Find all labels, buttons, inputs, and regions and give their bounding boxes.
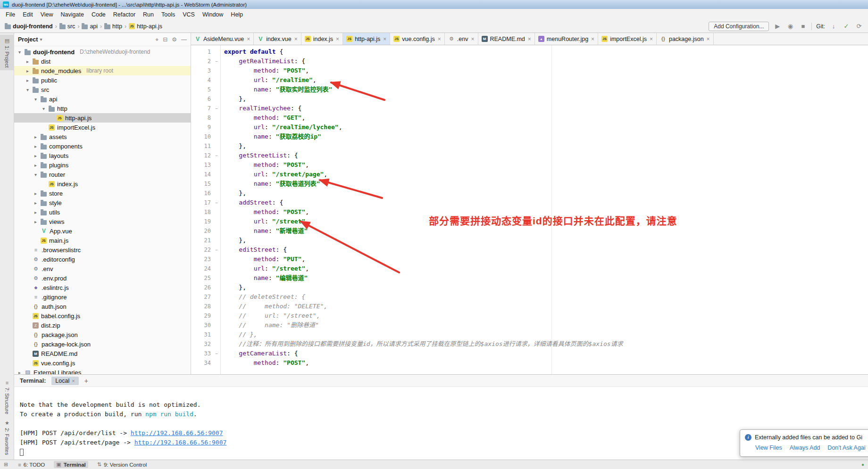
tree-item-router[interactable]: ▾router [14, 170, 191, 179]
chevron-right-icon[interactable]: ▸ [33, 134, 38, 140]
menu-tools[interactable]: Tools [158, 10, 179, 19]
close-icon[interactable]: × [383, 36, 386, 42]
tree-item-src[interactable]: ▾src [14, 85, 191, 94]
tab-menurouter-jpg[interactable]: ▲menuRouter.jpg× [535, 33, 598, 45]
menu-code[interactable]: Code [88, 10, 109, 19]
tree-item-style[interactable]: ▸style [14, 198, 191, 207]
close-icon[interactable]: × [650, 36, 653, 42]
tab-vue-config-js[interactable]: JSvue.config.js× [390, 33, 445, 45]
chevron-right-icon[interactable]: ▸ [33, 144, 38, 149]
tree-item-http[interactable]: ▾http [14, 104, 191, 113]
tree-item-dist-zip[interactable]: Zdist.zip [14, 321, 191, 330]
tool-window-switcher-icon[interactable]: ⊞ [4, 461, 8, 468]
stop-icon[interactable]: ■ [799, 23, 807, 30]
update-icon[interactable]: ↓ [829, 23, 838, 30]
close-icon[interactable]: × [591, 36, 594, 42]
chevron-down-icon[interactable]: ▾ [17, 49, 22, 55]
chevron-right-icon[interactable]: ▸ [33, 200, 38, 206]
tree-item-components[interactable]: ▸components [14, 141, 191, 151]
tree-item-public[interactable]: ▸public [14, 75, 191, 85]
tab-package-json[interactable]: {}package.json× [657, 33, 714, 45]
menu-window[interactable]: Window [199, 10, 227, 19]
close-icon[interactable]: × [294, 36, 298, 42]
close-icon[interactable]: × [707, 36, 710, 42]
tree-item-plugins[interactable]: ▸plugins [14, 160, 191, 170]
tree-item-importexcel-js[interactable]: JSimportExcel.js [14, 123, 191, 132]
chevron-down-icon[interactable]: ▾ [33, 172, 38, 177]
tree-item-eslintrc-js[interactable]: ◆.eslintrc.js [14, 283, 191, 292]
tree-item-views[interactable]: ▸views [14, 217, 191, 226]
tree-item-store[interactable]: ▸store [14, 189, 191, 198]
tree-item-duoji-frontend[interactable]: ▾duoji-frontendD:\zheheWeb\duoji-fronten… [14, 47, 191, 57]
tab-index-vue[interactable]: Vindex.vue× [254, 33, 301, 45]
breadcrumb-src[interactable]: src [59, 23, 75, 30]
tool-button-7-structure[interactable]: ≡7: Structure [0, 377, 14, 417]
chevron-right-icon[interactable]: ▸ [25, 59, 30, 64]
chevron-right-icon[interactable]: ▸ [33, 191, 38, 196]
tree-item-package-lock-json[interactable]: {}package-lock.json [14, 339, 191, 349]
chevron-down-icon[interactable]: ▾ [33, 97, 38, 102]
tree-item-dist[interactable]: ▸dist [14, 57, 191, 66]
tree-item-node-modules[interactable]: ▸node_moduleslibrary root [14, 66, 191, 75]
tree-item-browserslistrc[interactable]: ≡.browserslistrc [14, 245, 191, 255]
chevron-right-icon[interactable]: ▸ [33, 163, 38, 168]
chevron-right-icon[interactable]: ▸ [25, 78, 30, 83]
tree-item-readme-md[interactable]: MREADME.md [14, 349, 191, 358]
tree-item-app-vue[interactable]: VApp.vue [14, 226, 191, 236]
close-icon[interactable]: × [247, 36, 250, 42]
tree-item-assets[interactable]: ▸assets [14, 132, 191, 141]
tree-item-http-api-js[interactable]: JShttp-api.js [14, 113, 191, 123]
breadcrumb-http-api-js[interactable]: JShttp-api.js [129, 23, 162, 30]
tree-item-env[interactable]: ⚙.env [14, 264, 191, 273]
tree-item-layouts[interactable]: ▸layouts [14, 151, 191, 160]
tree-item-auth-json[interactable]: {}auth.json [14, 302, 191, 311]
add-configuration-button[interactable]: Add Configuration... [709, 22, 769, 31]
fold-marker-icon[interactable]: − [213, 104, 220, 113]
fold-marker-icon[interactable]: − [213, 198, 220, 207]
debug-icon[interactable]: ◉ [786, 23, 794, 30]
notification-action-always-add[interactable]: Always Add [790, 444, 820, 451]
statusbar-terminal[interactable]: ▣Terminal [54, 461, 88, 468]
chevron-down-icon[interactable]: ▾ [41, 106, 46, 111]
close-icon[interactable]: × [471, 36, 474, 42]
chevron-down-icon[interactable]: ▾ [40, 37, 42, 42]
close-icon[interactable]: × [438, 36, 441, 42]
tool-button-2-favorites[interactable]: ★2: Favorites [0, 417, 14, 458]
close-icon[interactable]: × [528, 36, 531, 42]
menu-navigate[interactable]: Navigate [57, 10, 88, 19]
settings-icon[interactable]: ⚙ [172, 36, 177, 43]
terminal-link[interactable]: http://192.168.66.56:9007 [134, 439, 227, 446]
tree-item-external-libraries[interactable]: ▸▤External Libraries [14, 368, 191, 374]
statusbar-6-todo[interactable]: ≡6: TODO [16, 461, 47, 468]
tree-item-utils[interactable]: ▸utils [14, 207, 191, 217]
terminal-tab-local[interactable]: Local × [51, 377, 78, 385]
tab-asidemenu-vue[interactable]: VAsideMenu.vue× [191, 33, 254, 45]
menu-run[interactable]: Run [139, 10, 158, 19]
tab-index-js[interactable]: JSindex.js× [301, 33, 343, 45]
tab-env[interactable]: ⚙.env× [445, 33, 478, 45]
tree-item-index-js[interactable]: JSindex.js [14, 179, 191, 189]
project-panel-title[interactable]: Project [18, 36, 38, 43]
tree-item-main-js[interactable]: JSmain.js [14, 236, 191, 245]
fold-marker-icon[interactable]: − [213, 349, 220, 358]
menu-edit[interactable]: Edit [19, 10, 37, 19]
menu-vcs[interactable]: VCS [179, 10, 199, 19]
tool-button-1-project[interactable]: ▤1: Project [0, 35, 14, 70]
chevron-right-icon[interactable]: ▸ [33, 210, 38, 215]
collapse-all-icon[interactable]: ⊟ [163, 36, 167, 43]
menu-help[interactable]: Help [227, 10, 247, 19]
menu-refactor[interactable]: Refactor [109, 10, 139, 19]
close-icon[interactable]: × [72, 378, 75, 384]
menu-view[interactable]: View [37, 10, 57, 19]
editor-area[interactable]: VAsideMenu.vue×Vindex.vue×JSindex.js×JSh… [191, 33, 868, 374]
tree-item-gitignore[interactable]: ≡.gitignore [14, 292, 191, 302]
chevron-right-icon[interactable]: ▸ [33, 153, 38, 158]
statusbar-9-version-control[interactable]: ⇅9: Version Control [95, 461, 150, 468]
tree-item-vue-config-js[interactable]: JSvue.config.js [14, 358, 191, 368]
chevron-right-icon[interactable]: ▸ [17, 370, 22, 375]
close-icon[interactable]: × [336, 36, 339, 42]
breadcrumb-duoji-frontend[interactable]: duoji-frontend [5, 23, 53, 30]
commit-icon[interactable]: ✓ [842, 23, 851, 30]
fold-marker-icon[interactable]: − [213, 151, 220, 160]
tree-item-editorconfig[interactable]: ⚙.editorconfig [14, 255, 191, 264]
